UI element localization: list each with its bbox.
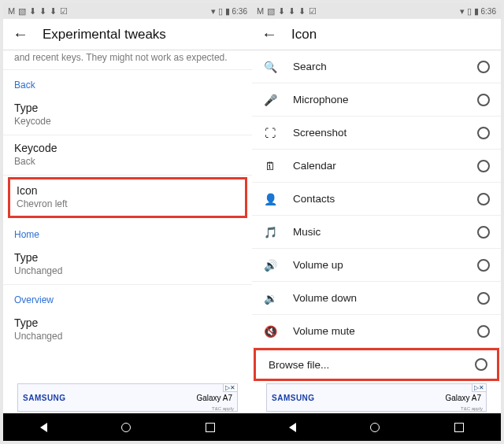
nav-home-icon[interactable] xyxy=(121,423,131,432)
nav-bar xyxy=(252,413,501,441)
pref-icon-highlighted[interactable]: Icon Chevron left xyxy=(8,177,247,218)
section-home: Home xyxy=(3,220,252,245)
radio-icon xyxy=(477,226,490,239)
radio-label: Contacts xyxy=(293,193,461,205)
radio-icon xyxy=(477,325,490,338)
no-sim-icon: ▯ xyxy=(467,7,472,16)
app-bar: ← Experimental tweaks xyxy=(3,19,252,50)
clipboard-icon: ☑ xyxy=(309,7,317,16)
radio-icon xyxy=(477,61,490,73)
gmail-icon: M xyxy=(8,7,15,16)
pref-title: Icon xyxy=(17,184,239,197)
radio-label: Music xyxy=(293,226,461,238)
radio-icon xyxy=(475,358,487,371)
battery-icon: ▮ xyxy=(474,7,479,16)
nav-back-icon[interactable] xyxy=(289,423,296,432)
nav-bar xyxy=(3,413,252,441)
radio-label: Screenshot xyxy=(293,127,461,139)
radio-icon xyxy=(477,160,490,172)
gmail-icon: M xyxy=(257,7,264,16)
radio-label: Search xyxy=(293,61,461,72)
ad-model: Galaxy A7 xyxy=(445,394,481,402)
icon-radio-list[interactable]: 🔍 Search 🎤 Microphone ⛶ Screenshot 🗓 Cal… xyxy=(252,50,501,394)
page-title: Experimental tweaks xyxy=(43,27,166,43)
no-sim-icon: ▯ xyxy=(218,7,223,16)
pref-type-home[interactable]: Type Unchanged xyxy=(3,245,252,285)
section-back: Back xyxy=(3,70,252,95)
adchoices-icon[interactable]: ▷✕ xyxy=(472,383,487,392)
pref-title: Type xyxy=(14,102,241,114)
download-icon: ⬇ xyxy=(50,7,57,16)
pref-keycode[interactable]: Keycode Back xyxy=(3,135,252,176)
section-overview: Overview xyxy=(3,285,252,310)
image-icon: ▧ xyxy=(267,7,275,16)
radio-label: Volume down xyxy=(293,292,461,304)
radio-label: Volume mute xyxy=(293,325,461,337)
pref-summary: Back xyxy=(14,156,241,167)
radio-label: Microphone xyxy=(293,94,461,105)
pref-type-overview[interactable]: Type Unchanged xyxy=(3,310,252,350)
app-bar: ← Icon xyxy=(252,19,501,50)
image-icon: ▧ xyxy=(18,7,26,16)
battery-icon: ▮ xyxy=(225,7,230,16)
calendar-icon: 🗓 xyxy=(263,160,277,172)
radio-row-search[interactable]: 🔍 Search xyxy=(252,50,501,83)
microphone-icon: 🎤 xyxy=(263,94,277,106)
radio-icon xyxy=(477,127,490,139)
radio-row-screenshot[interactable]: ⛶ Screenshot xyxy=(252,117,501,150)
status-bar: M ▧ ⬇ ⬇ ⬇ ☑ ▾ ▯ ▮ 6:36 xyxy=(3,3,252,19)
page-title: Icon xyxy=(291,27,317,43)
search-icon: 🔍 xyxy=(263,61,277,73)
radio-icon xyxy=(477,193,490,205)
pref-title: Type xyxy=(14,251,241,264)
radio-icon xyxy=(477,292,490,305)
clipboard-icon: ☑ xyxy=(60,7,68,16)
ad-tac: T&C apply xyxy=(461,406,483,411)
download-icon: ⬇ xyxy=(298,7,306,16)
pref-summary: Unchanged xyxy=(14,265,241,276)
nav-recents-icon[interactable] xyxy=(454,423,464,432)
radio-row-volume-down[interactable]: 🔉 Volume down xyxy=(252,282,501,315)
ad-model: Galaxy A7 xyxy=(196,394,232,402)
nav-recents-icon[interactable] xyxy=(206,423,215,432)
download-icon: ⬇ xyxy=(278,7,285,16)
nav-back-icon[interactable] xyxy=(40,423,47,432)
radio-row-browse-highlighted[interactable]: Browse file... xyxy=(254,348,499,381)
download-icon: ⬇ xyxy=(288,7,295,16)
adchoices-icon[interactable]: ▷✕ xyxy=(223,383,238,392)
radio-row-volume-mute[interactable]: 🔇 Volume mute xyxy=(252,315,501,348)
back-arrow-icon[interactable]: ← xyxy=(13,25,28,43)
screenshot-right: M ▧ ⬇ ⬇ ⬇ ☑ ▾ ▯ ▮ 6:36 ← Icon 🔍 Search xyxy=(252,3,501,441)
download-icon: ⬇ xyxy=(39,7,46,16)
ad-brand: SAMSUNG xyxy=(272,394,315,402)
radio-label: Calendar xyxy=(293,160,461,172)
radio-row-contacts[interactable]: 👤 Contacts xyxy=(252,183,501,216)
pref-title: Type xyxy=(14,316,241,329)
radio-row-volume-up[interactable]: 🔊 Volume up xyxy=(252,249,501,282)
nav-home-icon[interactable] xyxy=(370,423,380,432)
pref-summary: Keycode xyxy=(14,116,241,127)
pref-summary: Unchanged xyxy=(14,331,241,342)
ad-banner[interactable]: SAMSUNG Galaxy A7 ▷✕ T&C apply xyxy=(3,382,252,413)
radio-row-music[interactable]: 🎵 Music xyxy=(252,216,501,249)
volume-mute-icon: 🔇 xyxy=(263,325,277,338)
ad-banner[interactable]: SAMSUNG Galaxy A7 ▷✕ T&C apply xyxy=(252,382,501,413)
wifi-icon: ▾ xyxy=(460,7,465,16)
radio-row-microphone[interactable]: 🎤 Microphone xyxy=(252,83,501,117)
ad-brand: SAMSUNG xyxy=(23,394,66,402)
pref-summary: Chevron left xyxy=(17,198,239,209)
truncated-desc: and recent keys. They might not work as … xyxy=(3,50,252,70)
screenshot-left: M ▧ ⬇ ⬇ ⬇ ☑ ▾ ▯ ▮ 6:36 ← Experimental tw… xyxy=(3,3,252,441)
clock: 6:36 xyxy=(481,7,496,16)
radio-row-calendar[interactable]: 🗓 Calendar xyxy=(252,150,501,183)
pref-title: Keycode xyxy=(14,142,241,154)
back-arrow-icon[interactable]: ← xyxy=(261,25,277,43)
pref-type-back[interactable]: Type Keycode xyxy=(3,95,252,135)
radio-icon xyxy=(477,94,490,106)
settings-scroll[interactable]: and recent keys. They might not work as … xyxy=(3,50,252,394)
music-icon: 🎵 xyxy=(263,226,277,239)
clock: 6:36 xyxy=(232,7,247,16)
wifi-icon: ▾ xyxy=(211,7,216,16)
contacts-icon: 👤 xyxy=(263,193,277,205)
radio-label: Browse file... xyxy=(269,359,459,371)
